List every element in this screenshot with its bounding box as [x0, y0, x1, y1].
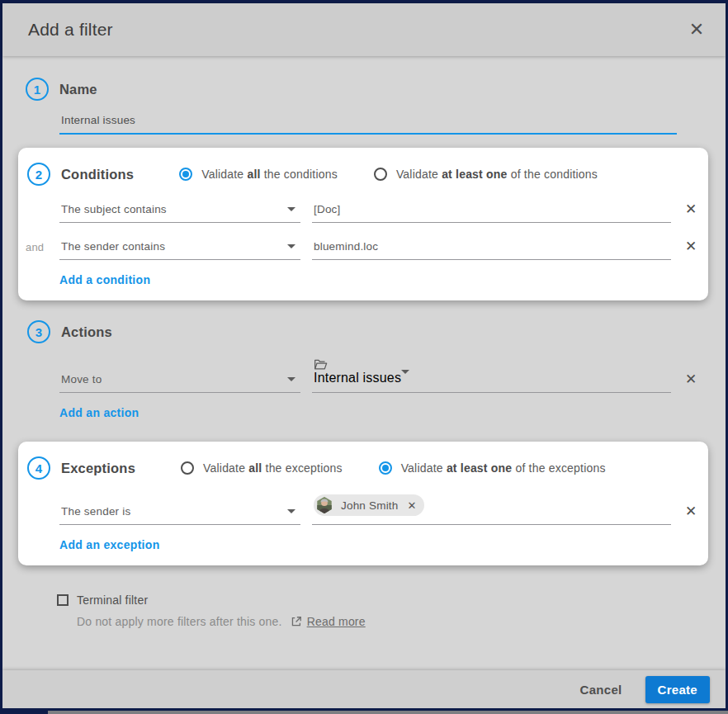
action-row: Move to Internal issues ✕	[18, 358, 708, 393]
condition-value-input[interactable]	[312, 203, 671, 223]
chevron-down-icon	[287, 377, 295, 381]
condition-value-input[interactable]	[312, 240, 671, 260]
radio-icon	[181, 461, 194, 475]
exception-field-select[interactable]: The sender is	[59, 505, 300, 525]
row-joiner	[18, 518, 59, 525]
section-name: 1 Name	[2, 56, 726, 135]
dialog-footer: Cancel Create	[2, 670, 726, 708]
remove-action-icon[interactable]: ✕	[678, 371, 703, 391]
dialog-title: Add a filter	[28, 20, 684, 40]
exceptions-card: 4 Exceptions Validate all the exceptions…	[18, 442, 708, 565]
dialog-header: Add a filter ✕	[2, 3, 726, 56]
section-actions-title: Actions	[61, 324, 112, 340]
step-2-badge: 2	[27, 163, 50, 186]
row-joiner	[18, 386, 59, 393]
exceptions-radio-group: Validate all the exceptions Validate at …	[181, 461, 606, 475]
exception-value-field[interactable]: John Smith ✕	[312, 494, 671, 525]
exception-row: The sender is	[18, 494, 708, 525]
create-button[interactable]: Create	[645, 676, 711, 703]
radio-icon	[374, 168, 387, 181]
section-conditions-title: Conditions	[61, 167, 134, 182]
open-folder-icon	[314, 358, 328, 371]
dialog-body: 1 Name 2 Conditions Validate all the con…	[2, 56, 726, 708]
radio-icon	[179, 168, 192, 181]
step-3-badge: 3	[27, 320, 50, 343]
radio-label: Validate all the conditions	[201, 168, 338, 181]
chevron-down-icon	[287, 509, 295, 513]
section-name-title: Name	[59, 82, 97, 97]
action-target-select[interactable]: Internal issues	[312, 358, 671, 393]
row-joiner: and	[18, 241, 59, 260]
filter-name-input[interactable]	[59, 114, 677, 135]
cancel-button[interactable]: Cancel	[580, 683, 622, 697]
conditions-radio-group: Validate all the conditions Validate at …	[179, 168, 598, 181]
chip-contact-name: John Smith	[341, 499, 399, 512]
action-field-select[interactable]: Move to	[59, 373, 300, 393]
terminal-filter-description: Do not apply more filters after this one…	[77, 615, 282, 628]
radio-label: Validate at least one of the conditions	[396, 168, 598, 181]
chevron-down-icon	[287, 207, 295, 211]
chip-remove-icon[interactable]: ✕	[406, 499, 417, 512]
terminal-filter-section: Terminal filter Do not apply more filter…	[57, 593, 726, 628]
terminal-filter-checkbox-row[interactable]: Terminal filter	[57, 593, 726, 607]
conditions-validate-any-radio[interactable]: Validate at least one of the conditions	[374, 168, 598, 181]
condition-row: The subject contains ✕	[18, 201, 708, 223]
read-more-link[interactable]: Read more	[307, 615, 366, 628]
step-1-badge: 1	[26, 78, 49, 101]
condition-row: and The sender contains ✕	[18, 238, 708, 260]
add-filter-dialog: Add a filter ✕ 1 Name 2 Conditions	[2, 3, 726, 708]
remove-condition-icon[interactable]: ✕	[678, 201, 703, 221]
step-4-badge: 4	[27, 456, 50, 480]
add-action-button[interactable]: Add an action	[59, 406, 139, 419]
condition-field-select[interactable]: The subject contains	[59, 203, 300, 223]
close-icon[interactable]: ✕	[684, 17, 709, 42]
section-exceptions-title: Exceptions	[61, 461, 135, 476]
external-link-icon	[291, 616, 302, 627]
window-bottom-edge	[0, 711, 728, 714]
add-condition-button[interactable]: Add a condition	[59, 273, 150, 286]
radio-icon	[379, 461, 392, 475]
chevron-down-icon	[401, 370, 409, 374]
terminal-filter-label: Terminal filter	[77, 593, 148, 607]
condition-field-select[interactable]: The sender contains	[59, 240, 300, 260]
radio-label: Validate all the exceptions	[203, 461, 343, 475]
remove-exception-icon[interactable]: ✕	[678, 503, 703, 523]
chevron-down-icon	[287, 244, 295, 248]
remove-condition-icon[interactable]: ✕	[678, 238, 703, 258]
exceptions-validate-any-radio[interactable]: Validate at least one of the exceptions	[379, 461, 606, 475]
checkbox-icon[interactable]	[57, 594, 69, 606]
section-actions: 3 Actions Move to	[18, 320, 708, 420]
add-exception-button[interactable]: Add an exception	[59, 538, 159, 551]
row-joiner	[18, 216, 59, 223]
radio-label: Validate at least one of the exceptions	[401, 461, 606, 475]
conditions-validate-all-radio[interactable]: Validate all the conditions	[179, 168, 338, 181]
window-frame: Add a filter ✕ 1 Name 2 Conditions	[0, 0, 728, 714]
john-smith-avatar	[315, 496, 333, 514]
exceptions-validate-all-radio[interactable]: Validate all the exceptions	[181, 461, 343, 475]
conditions-card: 2 Conditions Validate all the conditions…	[18, 148, 708, 300]
contact-chip[interactable]: John Smith ✕	[314, 494, 424, 516]
